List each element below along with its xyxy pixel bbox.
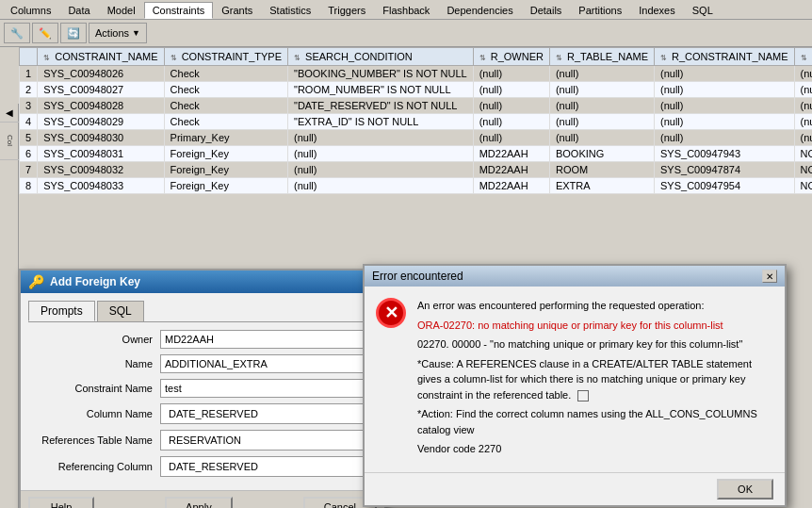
copy-icon[interactable] — [577, 390, 589, 401]
references-table-select[interactable]: RESERVATION — [160, 430, 377, 451]
row-num: 5 — [20, 130, 38, 146]
col-header-r-constraint-name[interactable]: ⇅ R_CONSTRAINT_NAME — [655, 48, 795, 66]
sort-arrows: ⇅ — [43, 54, 50, 62]
table-row[interactable]: 8 SYS_C00948033 Foreign_Key (null) MD22A… — [20, 178, 813, 194]
row-r-table: (null) — [549, 130, 654, 146]
table-row[interactable]: 1 SYS_C00948026 Check "BOOKING_NUMBER" I… — [20, 66, 813, 82]
column-name-label: Column Name — [28, 408, 160, 419]
table-row[interactable]: 6 SYS_C00948031 Foreign_Key (null) MD22A… — [20, 146, 813, 162]
referencing-column-select[interactable]: DATE_RESERVED — [160, 456, 377, 477]
error-close-button[interactable]: ✕ — [762, 270, 777, 283]
actions-dropdown-icon: ▼ — [132, 28, 140, 38]
error-text-content: An error was encountered performing the … — [417, 298, 773, 461]
sort-arrows-2: ⇅ — [171, 54, 177, 62]
tab-grants[interactable]: Grants — [213, 2, 261, 19]
row-r-owner: (null) — [473, 98, 549, 114]
apply-button[interactable]: Apply — [165, 497, 233, 508]
column-name-select[interactable]: DATE_RESERVED — [160, 403, 377, 424]
col-header-search-condition[interactable]: ⇅ SEARCH_CONDITION — [288, 48, 474, 66]
references-table-label: References Table Name — [28, 434, 160, 446]
tab-data[interactable]: Data — [59, 2, 98, 19]
tab-constraints[interactable]: Constraints — [144, 2, 214, 19]
col-header-delete-rule[interactable]: ⇅ DELETE_RULE — [794, 48, 812, 66]
dialog-tab-sql[interactable]: SQL — [97, 301, 144, 321]
row-constraint-type: Foreign_Key — [164, 178, 287, 194]
table-row[interactable]: 5 SYS_C00948030 Primary_Key (null) (null… — [20, 130, 813, 146]
constraint-name-input[interactable] — [160, 379, 377, 398]
error-action: *Action: Find the correct column names u… — [417, 406, 773, 437]
tab-statistics[interactable]: Statistics — [261, 2, 319, 19]
row-r-constraint: SYS_C00947943 — [655, 146, 795, 162]
top-nav-tabs: Columns Data Model Constraints Grants St… — [0, 0, 812, 20]
tab-partitions[interactable]: Partitions — [570, 2, 630, 19]
ok-button[interactable]: OK — [717, 479, 773, 500]
col-header-num — [20, 48, 38, 66]
error-cause: *Cause: A REFERENCES clause in a CREATE/… — [417, 356, 773, 403]
row-r-constraint: (null) — [655, 66, 795, 82]
sidebar-icon-col: Col — [0, 123, 19, 160]
tab-flashback[interactable]: Flashback — [374, 2, 438, 19]
col-header-constraint-type[interactable]: ⇅ CONSTRAINT_TYPE — [164, 48, 287, 66]
row-num: 1 — [20, 66, 38, 82]
row-delete-rule: (null) — [794, 130, 812, 146]
error-footer: OK — [365, 472, 785, 505]
form-row-references-table: References Table Name RESERVATION — [28, 430, 377, 451]
dialog-add-foreign-key: 🔑 Add Foreign Key Prompts SQL Owner Name… — [19, 269, 386, 508]
toolbar-icon-btn-2[interactable]: ✏️ — [32, 23, 58, 43]
row-num: 7 — [20, 162, 38, 178]
form-row-column-name: Column Name DATE_RESERVED — [28, 403, 377, 424]
tab-details[interactable]: Details — [522, 2, 571, 19]
referencing-column-label: Referencing Column — [28, 461, 160, 472]
row-constraint-name: SYS_C00948032 — [38, 162, 164, 178]
toolbar-icon-2: ✏️ — [39, 27, 52, 40]
col-header-constraint-name[interactable]: ⇅ CONSTRAINT_NAME — [38, 48, 164, 66]
form-row-referencing-column: Referencing Column DATE_RESERVED — [28, 456, 377, 477]
row-delete-rule: (null) — [794, 66, 812, 82]
dialog-tab-prompts[interactable]: Prompts — [28, 301, 95, 321]
row-r-table: ROOM — [549, 162, 654, 178]
table-row[interactable]: 2 SYS_C00948027 Check "ROOM_NUMBER" IS N… — [20, 82, 813, 98]
row-constraint-name: SYS_C00948029 — [38, 114, 164, 130]
name-label: Name — [28, 358, 160, 369]
sidebar-icon-1[interactable]: ◀ — [0, 104, 19, 123]
row-search-condition: "BOOKING_NUMBER" IS NOT NULL — [288, 66, 474, 82]
row-num: 6 — [20, 146, 38, 162]
tab-columns[interactable]: Columns — [2, 2, 59, 19]
col-header-r-owner[interactable]: ⇅ R_OWNER — [473, 48, 549, 66]
tab-model[interactable]: Model — [99, 2, 144, 19]
toolbar-icon-3: 🔄 — [67, 27, 80, 40]
sort-arrows-4: ⇅ — [479, 54, 486, 62]
tab-dependencies[interactable]: Dependencies — [438, 2, 521, 19]
error-message-header: An error was encountered performing the … — [417, 298, 773, 314]
actions-button[interactable]: Actions ▼ — [89, 23, 147, 43]
error-body: ✕ An error was encountered performing th… — [365, 287, 785, 472]
tab-indexes[interactable]: Indexes — [630, 2, 684, 19]
tab-sql[interactable]: SQL — [684, 2, 722, 19]
row-constraint-type: Check — [164, 66, 287, 82]
row-r-owner: (null) — [473, 66, 549, 82]
row-r-constraint: (null) — [655, 114, 795, 130]
tab-triggers[interactable]: Triggers — [319, 2, 374, 19]
row-constraint-type: Check — [164, 82, 287, 98]
dialog-afk-tabs: Prompts SQL — [28, 301, 377, 322]
action-label: *Action: — [417, 408, 453, 419]
dialog-afk-icon: 🔑 — [28, 274, 44, 289]
toolbar-icon-btn-3[interactable]: 🔄 — [60, 23, 87, 43]
row-r-constraint: SYS_C00947954 — [655, 178, 795, 194]
dialog-afk-title-text: Add Foreign Key — [50, 275, 140, 288]
col-header-r-table-name[interactable]: ⇅ R_TABLE_NAME — [549, 48, 654, 66]
toolbar: 🔧 ✏️ 🔄 Actions ▼ — [0, 20, 812, 47]
row-r-table: (null) — [549, 98, 654, 114]
table-row[interactable]: 4 SYS_C00948029 Check "EXTRA_ID" IS NOT … — [20, 114, 813, 130]
name-input[interactable] — [160, 354, 377, 373]
sort-arrows-3: ⇅ — [294, 54, 300, 62]
row-constraint-name: SYS_C00948033 — [38, 178, 164, 194]
table-row[interactable]: 3 SYS_C00948028 Check "DATE_RESERVED" IS… — [20, 98, 813, 114]
row-search-condition: (null) — [288, 178, 474, 194]
owner-input[interactable] — [160, 330, 377, 349]
help-button[interactable]: Help — [28, 497, 94, 508]
row-delete-rule: NO ACTION — [794, 178, 812, 194]
toolbar-icon-btn-1[interactable]: 🔧 — [4, 23, 30, 43]
form-row-constraint-name: Constraint Name — [28, 379, 377, 398]
table-row[interactable]: 7 SYS_C00948032 Foreign_Key (null) MD22A… — [20, 162, 813, 178]
